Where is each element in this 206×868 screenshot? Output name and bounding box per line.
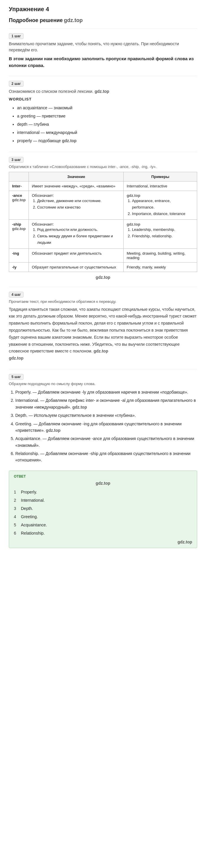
watermark-ship: gdz.top — [12, 226, 26, 231]
step-1-badge: 1 шаг — [9, 33, 24, 39]
watermark-table-bottom: gdz.top — [96, 275, 110, 280]
table-cell-prefix: -ing — [9, 248, 29, 262]
list-item: 6 Relationship. — [14, 529, 192, 537]
table-cell-examples: gdz.top Leadership, membership. Friendsh… — [124, 220, 197, 248]
divider-1 — [9, 28, 197, 29]
list-item: 2 International. — [14, 496, 192, 504]
divider-3 — [9, 152, 197, 152]
list-item: depth — глубина — [17, 120, 197, 128]
step-3-intro: Обратимся к табличке «Словообразование с… — [9, 164, 197, 169]
list-item: Depth. — Используем существительное в зн… — [15, 412, 197, 418]
table-cell-prefix: Inter- — [9, 182, 29, 191]
page-title: Упражнение 4 — [9, 6, 197, 12]
table-cell-meaning: Обозначает: Действие, движение или состо… — [29, 191, 124, 220]
step-4-badge: 4 шаг — [9, 292, 24, 298]
divider-4 — [9, 287, 197, 287]
list-item: Properly. — Добавляем окончание -ly для … — [15, 389, 197, 395]
step-2-badge: 2 шаг — [9, 81, 24, 87]
step-4-block: 4 шаг Прочитаем текст, при необходимости… — [9, 292, 197, 362]
table-cell-meaning: Имеет значение «между», «среди», «взаимн… — [29, 182, 124, 191]
watermark-header: gdz.top — [64, 17, 83, 24]
list-item: 5 Acquaintance. — [14, 521, 192, 529]
table-cell-examples: Friendly, manly, weekly — [124, 262, 197, 272]
table-row: -ance gdz.top Обозначает: Действие, движ… — [9, 191, 197, 220]
list-item: 4 Greeting. — [14, 513, 192, 521]
watermark-wordlist: gdz.top — [62, 138, 77, 143]
list-item: 3 Depth. — [14, 504, 192, 513]
wordlist-title: WORDLIST — [9, 97, 197, 101]
table-cell-examples: International, interactive — [124, 182, 197, 191]
list-item: Relationship. — Добавляем окончание -shi… — [15, 450, 197, 464]
table-row: -ly Образует прилагательные от существит… — [9, 262, 197, 272]
watermark-ex2: gdz.top — [127, 222, 140, 226]
list-item: Acquaintance. — Добавляем окончание -anc… — [15, 435, 197, 448]
list-item: properly — подобающе gdz.top — [17, 136, 197, 145]
step-5-intro: Образуем подходящую по смыслу форму слов… — [9, 381, 197, 386]
table-cell-meaning: Обозначает: Род деятельности или должнос… — [29, 220, 124, 248]
watermark-answer-top: gdz.top — [96, 481, 110, 486]
list-item: International. — Добавляем префикс inter… — [15, 397, 197, 410]
table-header-prefix — [9, 172, 29, 182]
watermark-ance: gdz.top — [12, 198, 26, 202]
answer-list: 1 Properly. 2 International. 3 Depth. 4 … — [14, 488, 192, 537]
task-text: В этом задании нам необходимо заполнить … — [9, 56, 197, 69]
table-cell-meaning: Обозначает предмет или деятельность — [29, 248, 124, 262]
list-item: international — международный — [17, 128, 197, 136]
table-cell-prefix: -ance gdz.top — [9, 191, 29, 220]
answer-label: Ответ — [14, 474, 192, 478]
list-item: a greeting — приветствие — [17, 112, 197, 120]
watermark-step5a: gdz.top — [72, 405, 87, 409]
table-cell-meaning: Образует прилагательные от существительн… — [29, 262, 124, 272]
step-1-text: Внимательно прочитаем задание, чтобы пон… — [9, 41, 197, 53]
list-item: an acquaintance — знакомый — [17, 104, 197, 112]
table-cell-prefix: -ly — [9, 262, 29, 272]
table-header-examples: Примеры — [124, 172, 197, 182]
table-cell-examples: Meeting, drawing, building, writing, rea… — [124, 248, 197, 262]
watermark-step4b: gdz.top — [9, 356, 24, 361]
list-item: 1 Properly. — [14, 488, 192, 496]
table-row: -ing Обозначает предмет или деятельность… — [9, 248, 197, 262]
table-row: -ship gdz.top Обозначает: Род деятельнос… — [9, 220, 197, 248]
table-header-meaning: Значение — [29, 172, 124, 182]
list-item: Greeting. — Добавляем окончание -ing для… — [15, 421, 197, 434]
watermark-step2: gdz.top — [95, 89, 109, 94]
divider-2 — [9, 76, 197, 76]
section-subtitle: Подробное решение gdz.top — [9, 17, 197, 24]
table-row: Inter- Имеет значение «между», «среди», … — [9, 182, 197, 191]
step-5-block: 5 шаг Образуем подходящую по смыслу форм… — [9, 374, 197, 464]
wordlist: an acquaintance — знакомый a greeting — … — [9, 104, 197, 145]
watermark-step4: gdz.top — [94, 349, 108, 353]
step-3-block: 3 шаг Обратимся к табличке «Словообразов… — [9, 157, 197, 280]
subtitle-text: Подробное решение — [9, 17, 63, 24]
step-5-list: Properly. — Добавляем окончание -ly для … — [9, 389, 197, 464]
step-3-badge: 3 шаг — [9, 157, 24, 163]
table-cell-prefix: -ship gdz.top — [9, 220, 29, 248]
watermark-step5b: gdz.top — [46, 428, 61, 433]
divider-5 — [9, 369, 197, 369]
step-5-badge: 5 шаг — [9, 374, 24, 380]
word-formation-table: Значение Примеры Inter- Имеет значение «… — [9, 172, 197, 272]
watermark-ex1: gdz.top — [127, 193, 140, 198]
step-4-intro: Прочитаем текст, при необходимости обрат… — [9, 299, 197, 304]
step-2-intro: Ознакомимся со списком полезной лексики.… — [9, 88, 197, 95]
answer-section: Ответ gdz.top 1 Properly. 2 Internationa… — [9, 471, 197, 548]
step-1-block: 1 шаг Внимательно прочитаем задание, что… — [9, 33, 197, 69]
step-4-text: Традиция кланяться такая сложная, что аз… — [9, 306, 197, 362]
watermark-answer-bottom: gdz.top — [177, 539, 192, 544]
table-cell-examples: gdz.top Appearance, entrance, performanc… — [124, 191, 197, 220]
step-2-block: 2 шаг Ознакомимся со списком полезной ле… — [9, 81, 197, 145]
